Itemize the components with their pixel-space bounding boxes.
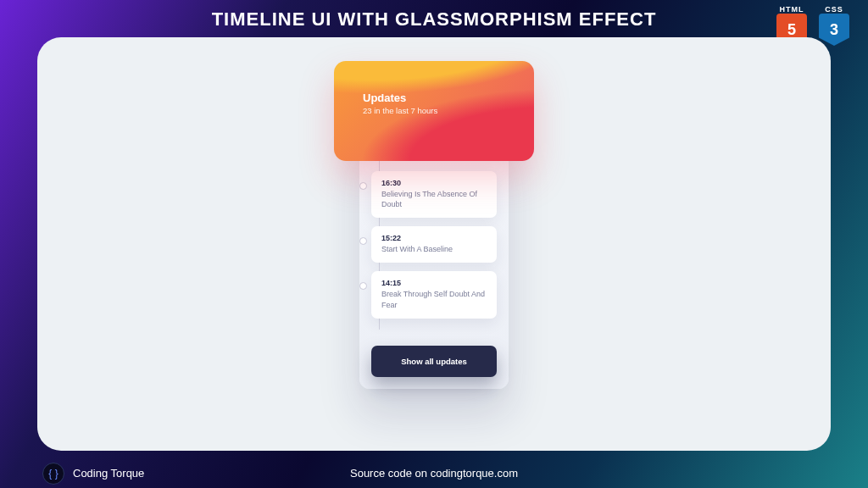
show-all-button[interactable]: Show all updates (371, 346, 497, 377)
timeline-item-label: Believing Is The Absence Of Doubt (381, 189, 488, 209)
timeline-item-time: 15:22 (381, 234, 488, 242)
timeline-widget: Updates 23 in the last 7 hours 16:30 Bel… (354, 61, 514, 451)
updates-title: Updates (363, 92, 534, 104)
timeline-item[interactable]: 15:22 Start With A Baseline (371, 226, 497, 263)
timeline-item-label: Break Through Self Doubt And Fear (381, 289, 488, 309)
html-badge-label: HTML (780, 5, 804, 14)
css-badge: CSS 3 (817, 5, 851, 46)
css3-icon: 3 (819, 14, 849, 46)
timeline-item-time: 16:30 (381, 179, 488, 187)
brand-icon: { } (42, 463, 64, 485)
updates-header-card: Updates 23 in the last 7 hours (334, 61, 534, 161)
preview-canvas: Updates 23 in the last 7 hours 16:30 Bel… (37, 37, 831, 451)
footer-credit-text: Coding Torque (73, 467, 144, 480)
timeline-body: 16:30 Believing Is The Absence Of Doubt … (359, 127, 509, 389)
timeline-item[interactable]: 16:30 Believing Is The Absence Of Doubt (371, 171, 497, 218)
updates-subtitle: 23 in the last 7 hours (363, 106, 534, 115)
page-title: TIMELINE UI WITH GLASSMORPHISM EFFECT (0, 0, 868, 30)
css-badge-label: CSS (825, 5, 843, 14)
timeline-item[interactable]: 14:15 Break Through Self Doubt And Fear (371, 271, 497, 318)
timeline-item-label: Start With A Baseline (381, 244, 488, 254)
timeline-item-time: 14:15 (381, 279, 488, 287)
timeline-items: 16:30 Believing Is The Absence Of Doubt … (371, 171, 497, 319)
footer-credit: { } Coding Torque (42, 463, 144, 485)
footer: { } Coding Torque Source code on codingt… (0, 467, 868, 480)
